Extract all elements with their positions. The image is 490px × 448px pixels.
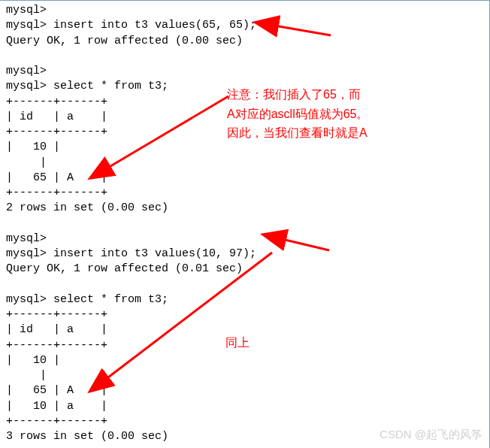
sql-insert-2: mysql> insert into t3 values(10, 97); [6,247,256,260]
annotation-note-1: 注意：我们插入了65，而 A对应的ascll码值就为65。 因此，当我们查看时就… [227,85,422,143]
table-row: | [6,369,47,382]
table-border: +------+------+ [6,339,107,352]
table-row: | 65 | A | [6,384,107,397]
watermark-text: CSDN @起飞的风筝 [380,427,482,442]
table-border: +------+------+ [6,186,107,199]
annotation-line: A对应的ascll码值就为65。 [227,104,422,124]
prompt-line: mysql> [6,232,47,245]
table-border: +------+------+ [6,95,107,108]
sql-select-2: mysql> select * from t3; [6,293,168,306]
sql-insert-1: mysql> insert into t3 values(65, 65); [6,19,256,32]
table-header: | id | a | [6,110,107,123]
rows-in-set-1: 2 rows in set (0.00 sec) [6,201,168,214]
table-row: | 65 | A | [6,171,107,184]
prompt-line: mysql> [6,65,47,77]
table-border: +------+------+ [6,308,107,321]
terminal-output: mysql> mysql> insert into t3 values(65, … [6,3,484,448]
annotation-note-2: 同上 [225,333,250,353]
table-border: +------+------+ [6,126,107,138]
table-row: | 10 | a | [6,400,107,413]
table-row: | [6,156,47,169]
table-row: | 10 | [6,354,60,367]
rows-in-set-2: 3 rows in set (0.00 sec) [6,430,168,443]
query-ok-1: Query OK, 1 row affected (0.00 sec) [6,35,243,47]
sql-select-1: mysql> select * from t3; [6,80,168,92]
prompt-line: mysql> [6,4,47,17]
query-ok-2: Query OK, 1 row affected (0.01 sec) [6,262,243,275]
table-border: +------+------+ [6,415,107,428]
annotation-line: 因此，当我们查看时就是A [227,123,422,143]
annotation-line: 同上 [225,336,250,349]
annotation-line: 注意：我们插入了65，而 [227,85,422,104]
table-header: | id | a | [6,323,107,336]
table-row: | 10 | [6,141,60,153]
